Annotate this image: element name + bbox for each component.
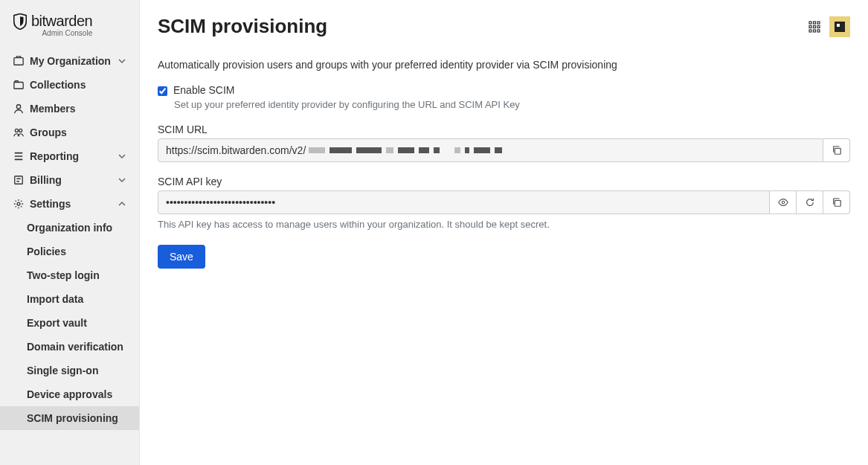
sidebar-label: My Organization	[30, 55, 111, 67]
svg-point-3	[15, 129, 18, 132]
sidebar-label: Members	[30, 103, 75, 115]
enable-scim-label[interactable]: Enable SCIM	[173, 84, 234, 96]
api-key-group	[158, 190, 850, 214]
svg-rect-9	[817, 22, 820, 24]
avatar[interactable]	[829, 16, 850, 37]
svg-rect-0	[14, 58, 23, 65]
main-content: SCIM provisioning Automatically provisio…	[140, 0, 868, 465]
svg-rect-18	[835, 200, 840, 206]
shield-icon	[13, 13, 27, 30]
sidebar: bitwarden Admin Console My Organization …	[0, 0, 140, 465]
svg-rect-1	[14, 83, 23, 89]
enable-scim-checkbox[interactable]	[158, 86, 167, 96]
scim-url-input[interactable]: https://scim.bitwarden.com/v2/	[158, 138, 823, 162]
sidebar-sub-device-approvals[interactable]: Device approvals	[0, 382, 139, 406]
eye-icon	[778, 197, 788, 208]
toggle-visibility-button[interactable]	[770, 190, 797, 214]
sidebar-item-members[interactable]: Members	[0, 97, 139, 121]
sidebar-label: Settings	[30, 198, 71, 210]
sidebar-item-settings[interactable]: Settings	[0, 192, 139, 216]
svg-point-2	[16, 105, 20, 109]
sidebar-sub-two-step-login[interactable]: Two-step login	[0, 263, 139, 287]
svg-rect-15	[817, 30, 820, 32]
refresh-icon	[805, 197, 815, 208]
copy-icon	[832, 145, 842, 155]
chevron-up-icon	[118, 200, 126, 208]
sidebar-item-reporting[interactable]: Reporting	[0, 144, 139, 168]
chevron-down-icon	[118, 176, 126, 184]
copy-icon	[832, 197, 842, 208]
brand-subtitle: Admin Console	[42, 30, 92, 37]
app-grid-icon[interactable]	[808, 21, 820, 33]
svg-rect-12	[817, 25, 820, 28]
sidebar-item-collections[interactable]: Collections	[0, 73, 139, 97]
org-icon	[13, 56, 24, 66]
billing-icon	[13, 175, 24, 185]
sidebar-label: Billing	[30, 174, 62, 186]
svg-point-4	[19, 129, 22, 132]
sidebar-sub-policies[interactable]: Policies	[0, 240, 139, 263]
svg-rect-13	[809, 30, 811, 32]
api-key-label: SCIM API key	[158, 176, 850, 187]
enable-scim-row: Enable SCIM	[158, 84, 850, 96]
sidebar-sub-scim-provisioning[interactable]: SCIM provisioning	[0, 406, 139, 430]
sidebar-label: Reporting	[30, 150, 79, 162]
reporting-icon	[13, 151, 24, 161]
rotate-key-button[interactable]	[797, 190, 823, 214]
enable-scim-help: Set up your preferred identity provider …	[174, 99, 850, 110]
svg-rect-14	[814, 30, 816, 32]
api-key-input[interactable]	[158, 190, 770, 214]
sidebar-sub-export-vault[interactable]: Export vault	[0, 311, 139, 335]
svg-rect-7	[809, 22, 811, 24]
sidebar-label: Collections	[30, 79, 86, 91]
svg-rect-5	[15, 176, 23, 185]
page-description: Automatically provision users and groups…	[158, 59, 850, 71]
chevron-down-icon	[118, 57, 126, 65]
sidebar-sub-organization-info[interactable]: Organization info	[0, 216, 139, 240]
scim-url-label: SCIM URL	[158, 124, 850, 135]
topbar: SCIM provisioning	[158, 15, 850, 38]
svg-rect-8	[814, 22, 816, 24]
scim-url-group: https://scim.bitwarden.com/v2/	[158, 138, 850, 162]
groups-icon	[13, 127, 24, 138]
svg-rect-11	[814, 25, 816, 28]
sidebar-sub-single-sign-on[interactable]: Single sign-on	[0, 359, 139, 382]
brand-name: bitwarden	[31, 13, 92, 28]
brand-logo[interactable]: bitwarden Admin Console	[0, 0, 139, 42]
chevron-down-icon	[118, 153, 126, 160]
sidebar-label: Groups	[30, 126, 67, 138]
scim-url-prefix: https://scim.bitwarden.com/v2/	[166, 144, 306, 156]
sidebar-item-billing[interactable]: Billing	[0, 168, 139, 192]
sidebar-sub-domain-verification[interactable]: Domain verification	[0, 335, 139, 359]
svg-rect-10	[809, 25, 811, 28]
svg-point-6	[17, 202, 20, 205]
svg-rect-16	[835, 148, 840, 154]
save-button[interactable]: Save	[158, 245, 205, 269]
sidebar-nav: My Organization Collections Members Grou…	[0, 42, 139, 430]
page-title: SCIM provisioning	[158, 15, 327, 38]
members-icon	[13, 103, 24, 114]
collections-icon	[13, 80, 24, 90]
sidebar-sub-import-data[interactable]: Import data	[0, 287, 139, 311]
svg-point-17	[782, 201, 785, 204]
api-key-help: This API key has access to manage users …	[158, 219, 850, 230]
gear-icon	[13, 199, 24, 209]
copy-api-key-button[interactable]	[823, 190, 850, 214]
sidebar-item-my-organization[interactable]: My Organization	[0, 49, 139, 73]
sidebar-item-groups[interactable]: Groups	[0, 121, 139, 144]
copy-scim-url-button[interactable]	[823, 138, 850, 162]
